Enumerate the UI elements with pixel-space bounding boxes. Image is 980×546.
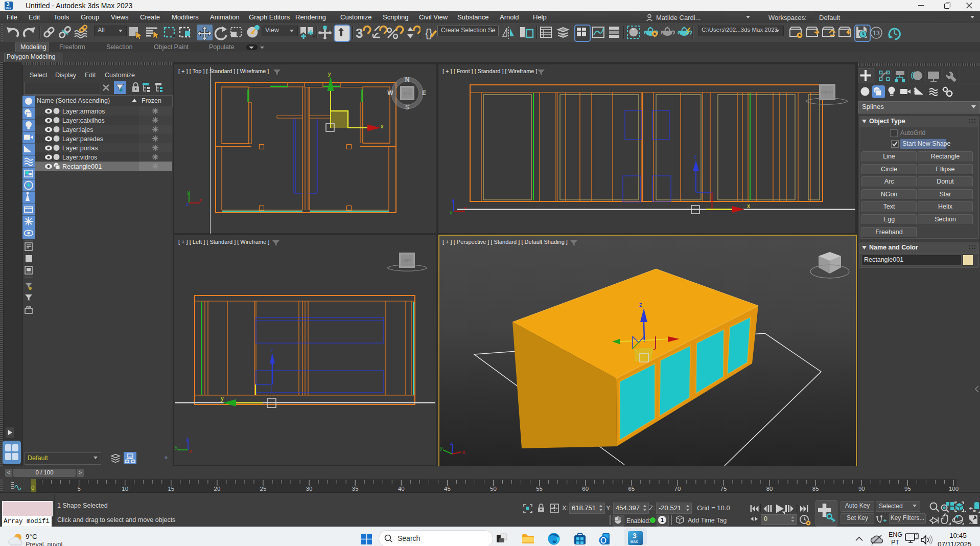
- svg-text:FRONT: FRONT: [821, 90, 834, 94]
- svg-text:80: 80: [766, 486, 773, 492]
- svg-text:z: z: [270, 347, 273, 354]
- svg-text:90: 90: [858, 486, 865, 492]
- svg-text:N: N: [405, 76, 410, 83]
- svg-text:x: x: [381, 123, 384, 129]
- svg-text:13: 13: [873, 30, 880, 37]
- svg-text:35: 35: [352, 486, 359, 492]
- svg-text:z: z: [186, 201, 189, 207]
- svg-text:z: z: [639, 301, 642, 308]
- svg-text:x: x: [747, 202, 750, 210]
- svg-text:40: 40: [398, 486, 405, 492]
- svg-text:85: 85: [812, 486, 819, 492]
- svg-text:65: 65: [628, 486, 635, 492]
- svg-text:LEFT: LEFT: [403, 259, 412, 262]
- svg-text:50: 50: [490, 486, 497, 492]
- svg-text:5: 5: [77, 486, 80, 492]
- svg-text:30: 30: [306, 486, 313, 492]
- svg-text:100: 100: [949, 486, 959, 492]
- svg-text:TOP: TOP: [403, 92, 411, 96]
- svg-text:25: 25: [260, 486, 267, 492]
- svg-text:95: 95: [904, 486, 911, 492]
- svg-text:W: W: [387, 89, 393, 97]
- svg-text:y: y: [328, 71, 331, 77]
- svg-text:E: E: [422, 89, 426, 97]
- svg-text:15: 15: [168, 486, 174, 492]
- svg-text:20: 20: [214, 486, 221, 492]
- svg-text:x: x: [199, 197, 202, 203]
- svg-text:60: 60: [582, 486, 589, 492]
- svg-text:10: 10: [122, 486, 128, 492]
- svg-text:55: 55: [536, 486, 543, 492]
- svg-text:70: 70: [674, 486, 681, 492]
- svg-text:z: z: [694, 153, 697, 160]
- svg-text:y: y: [187, 189, 190, 195]
- svg-text:45: 45: [444, 486, 451, 492]
- svg-text:75: 75: [720, 486, 727, 492]
- svg-text:S: S: [405, 104, 409, 111]
- svg-text:y: y: [221, 395, 224, 402]
